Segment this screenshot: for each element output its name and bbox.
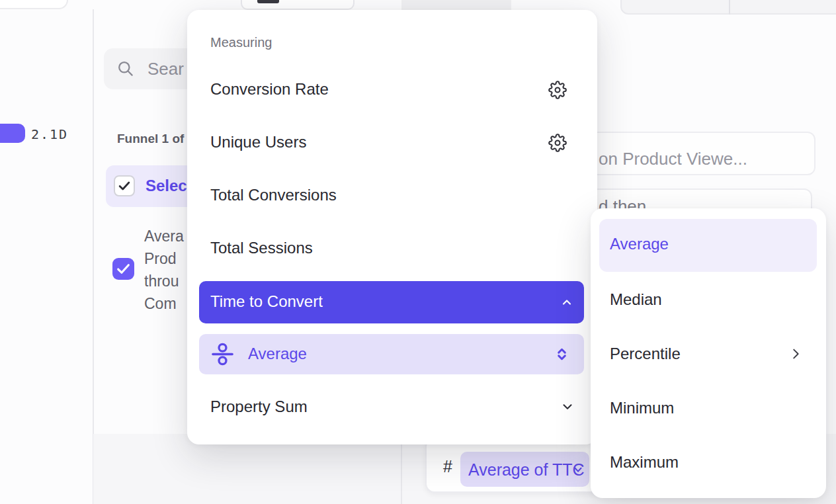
chevron-down-icon xyxy=(572,464,584,476)
metric-item-checkbox[interactable] xyxy=(112,258,134,280)
aggregation-menu: Average Median Percentile Minimum Maximu… xyxy=(591,208,826,498)
average-sub-label: Average xyxy=(248,345,307,363)
average-of-ttc-dropdown[interactable]: Average of TTC xyxy=(460,452,589,487)
app-screen: 2.1D Sear Funnel 1 of Selec Avera Prod t… xyxy=(0,0,836,504)
metric-item-description: Avera Prod throu Com xyxy=(144,225,184,315)
left-panel-divider xyxy=(93,9,94,504)
average-of-ttc-label: Average of TTC xyxy=(468,460,585,480)
check-icon xyxy=(115,261,132,277)
description-line: Com xyxy=(144,292,184,315)
menu-item-conversion-rate[interactable]: Conversion Rate xyxy=(210,80,329,99)
agg-item-maximum[interactable]: Maximum xyxy=(610,453,679,472)
chart-type-icon xyxy=(257,0,279,3)
time-to-convert-label: Time to Convert xyxy=(210,292,323,311)
funnel-item-label: Selec xyxy=(146,177,187,195)
menu-item-unique-users[interactable]: Unique Users xyxy=(210,133,306,151)
search-icon xyxy=(116,60,134,77)
metric-color-pill[interactable] xyxy=(0,124,25,143)
chevron-up-icon xyxy=(560,296,573,309)
measuring-menu: Measuring Conversion Rate Unique Users T… xyxy=(187,10,597,444)
numeric-metric-hash: # xyxy=(443,457,452,476)
chevron-up-down-icon xyxy=(554,347,569,362)
agg-item-average[interactable]: Average xyxy=(610,235,669,253)
description-line: Prod xyxy=(144,247,184,270)
check-icon xyxy=(117,179,132,193)
menu-item-property-sum[interactable]: Property Sum xyxy=(210,398,308,416)
gear-icon[interactable] xyxy=(548,134,567,152)
search-placeholder: Sear xyxy=(147,59,184,79)
funnel-list-header: Funnel 1 of xyxy=(117,132,184,146)
funnel-item-checkbox[interactable] xyxy=(114,175,135,196)
agg-item-median[interactable]: Median xyxy=(610,290,662,309)
chevron-down-icon[interactable] xyxy=(560,399,575,414)
average-divide-icon xyxy=(210,341,235,367)
menu-item-time-to-convert[interactable]: Time to Convert xyxy=(199,281,584,323)
top-right-tabs-divider xyxy=(729,0,730,15)
description-line: throu xyxy=(144,270,184,292)
menu-subitem-average[interactable]: Average xyxy=(199,334,584,374)
menu-item-total-sessions[interactable]: Total Sessions xyxy=(210,239,313,257)
top-right-tabs[interactable] xyxy=(620,0,836,15)
description-line: Avera xyxy=(144,225,184,247)
agg-item-minimum[interactable]: Minimum xyxy=(610,399,674,417)
measuring-menu-header: Measuring xyxy=(210,35,272,50)
top-left-card-edge xyxy=(0,0,68,9)
funnel-step-event-label: on Product Viewe... xyxy=(599,149,747,169)
gear-icon[interactable] xyxy=(548,81,567,99)
agg-item-percentile[interactable]: Percentile xyxy=(610,345,681,363)
chevron-right-icon xyxy=(788,347,803,361)
metric-duration-label: 2.1D xyxy=(31,126,68,142)
menu-item-total-conversions[interactable]: Total Conversions xyxy=(210,186,337,204)
